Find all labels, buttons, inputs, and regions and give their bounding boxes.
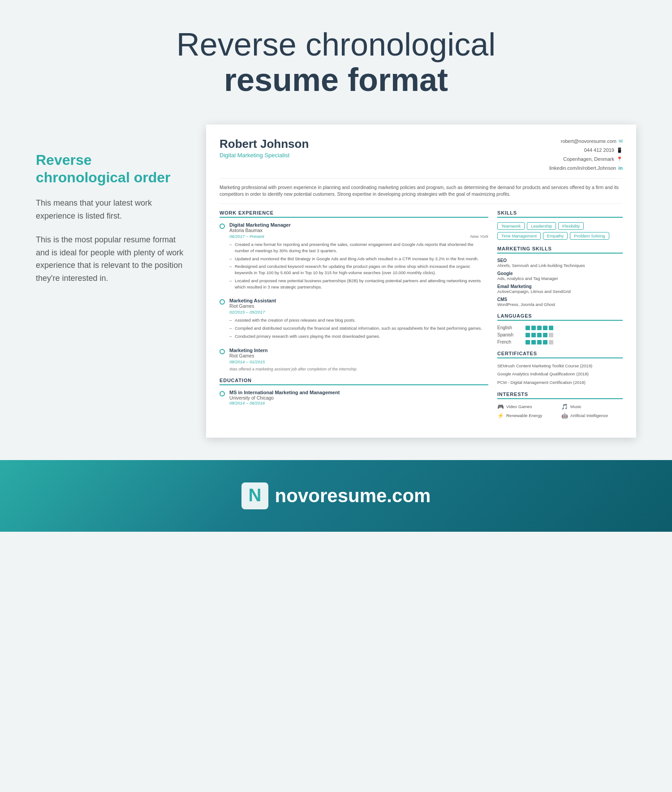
job-dates-3: 08/2014 – 01/2015 — [229, 359, 488, 364]
company-2: Riot Games — [229, 303, 488, 309]
novoresume-logo: N novoresume.com — [241, 482, 431, 509]
interest-0: 🎮 Video Games — [497, 404, 559, 410]
job-note-3: Was offered a marketing assistant job af… — [229, 367, 488, 371]
skill-tag-0: Teamwork — [497, 222, 525, 230]
contact-location: Copenhagen, Denmark 📍 — [549, 155, 623, 164]
contact-phone-value: 044 412 2019 — [584, 146, 614, 155]
job-dot-3 — [220, 349, 225, 354]
lang-dot-2-4 — [543, 340, 547, 344]
date-range-1: 06/2017 – Present — [229, 234, 264, 239]
skills-section: SKILLS Teamwork Leadership Flexibility T… — [497, 210, 623, 240]
interests-grid: 🎮 Video Games 🎵 Music ⚡ Renewable Energy — [497, 404, 623, 419]
certificates-title: CERTIFICATES — [497, 351, 623, 358]
work-experience-section: WORK EXPERIENCE Digital Marketing Manage… — [220, 210, 488, 371]
brand-text: novoresume.com — [275, 485, 431, 507]
interest-label-2: Renewable Energy — [506, 413, 542, 418]
lang-dot-0-4 — [543, 326, 547, 330]
interest-icon-1: 🎵 — [561, 404, 568, 410]
bullet-2-3: Conducted primary research with users pl… — [229, 333, 488, 340]
mkt-skill-0: SEO Ahrefs, Semrush and Link-building Te… — [497, 258, 623, 268]
interest-icon-3: 🤖 — [561, 413, 568, 419]
resume-panel: Robert Johnson Digital Marketing Special… — [206, 125, 636, 438]
marketing-skills-title: MARKETING SKILLS — [497, 246, 623, 254]
mkt-skill-desc-1: Ads, Analytics and Tag Manager — [497, 276, 623, 281]
resume-left-col: WORK EXPERIENCE Digital Marketing Manage… — [220, 210, 488, 425]
resume-summary: Marketing professional with proven exper… — [220, 184, 623, 204]
interest-label-0: Video Games — [506, 404, 532, 409]
contact-email-value: robert@novoresume.com — [561, 137, 616, 146]
lang-dot-1-4 — [543, 333, 547, 337]
work-experience-title: WORK EXPERIENCE — [220, 210, 488, 218]
education-title: EDUCATION — [220, 378, 488, 385]
job-title-1: Digital Marketing Manager — [229, 222, 488, 228]
interest-1: 🎵 Music — [561, 404, 623, 410]
interest-icon-0: 🎮 — [497, 404, 504, 410]
lang-name-2: French — [497, 340, 522, 344]
mkt-skill-2: Email Marketing ActiveCampaign, Litmus a… — [497, 284, 623, 294]
edu-item-1: MS in International Marketing and Manage… — [220, 390, 488, 405]
job-title-2: Marketing Assistant — [229, 298, 488, 303]
lang-item-0: English — [497, 325, 623, 330]
edu-content-1: MS in International Marketing and Manage… — [229, 390, 340, 405]
bullet-1-4: Located and proposed new potential busin… — [229, 278, 488, 290]
skill-tag-4: Empathy — [543, 232, 568, 240]
bullet-2-1: Assisted with the creation of press rele… — [229, 317, 488, 323]
job-item-1: Digital Marketing Manager Astoria Baumax… — [220, 222, 488, 292]
lang-dots-1 — [526, 333, 553, 337]
lang-dot-0-2 — [531, 326, 536, 330]
lang-dot-0-3 — [537, 326, 542, 330]
bullet-1-3: Redesigned and conducted keyword researc… — [229, 263, 488, 276]
left-para-2: This is the most popular resume format a… — [36, 233, 188, 285]
company-1: Astoria Baumax — [229, 228, 488, 233]
marketing-skills-section: MARKETING SKILLS SEO Ahrefs, Semrush and… — [497, 246, 623, 307]
mkt-skill-1: Google Ads, Analytics and Tag Manager — [497, 271, 623, 281]
interests-title: INTERESTS — [497, 392, 623, 399]
mkt-skill-desc-0: Ahrefs, Semrush and Link-building Techni… — [497, 263, 623, 268]
edu-dot-1 — [220, 391, 225, 396]
candidate-name: Robert Johnson — [220, 137, 309, 151]
left-panel: Reverse chronological order This means t… — [36, 125, 188, 296]
email-icon: ✉ — [619, 137, 623, 146]
resume-body: WORK EXPERIENCE Digital Marketing Manage… — [220, 210, 623, 425]
mkt-skill-desc-3: WordPress, Joomla and Ghost — [497, 302, 623, 307]
job-dot-2 — [220, 299, 225, 305]
job-title-3: Marketing Intern — [229, 348, 488, 353]
edu-dates-1: 08/2014 – 06/2016 — [229, 400, 340, 405]
contact-linkedin: linkedin.com/in/robert.Johnson in — [549, 164, 623, 173]
job-dot-1 — [220, 224, 225, 229]
interest-label-3: Artificial Intelligence — [570, 413, 608, 418]
job-bullets-2: Assisted with the creation of press rele… — [229, 317, 488, 339]
skill-tags-container: Teamwork Leadership Flexibility Time Man… — [497, 222, 623, 240]
lang-name-1: Spanish — [497, 332, 522, 337]
mkt-skill-3: CMS WordPress, Joomla and Ghost — [497, 297, 623, 307]
novo-n-icon: N — [241, 482, 268, 509]
middle-section: Reverse chronological order This means t… — [0, 116, 672, 456]
top-section: Reverse chronological resume format — [0, 0, 672, 116]
contact-linkedin-value: linkedin.com/in/robert.Johnson — [549, 164, 616, 173]
date-range-3: 08/2014 – 01/2015 — [229, 359, 265, 364]
job-item-3: Marketing Intern Riot Games 08/2014 – 01… — [220, 348, 488, 371]
reverse-chron-heading: Reverse chronological order — [36, 151, 188, 186]
bottom-banner: N novoresume.com — [0, 460, 672, 532]
lang-dot-2-2 — [531, 340, 536, 344]
skill-tag-1: Leadership — [527, 222, 556, 230]
candidate-title: Digital Marketing Specialist — [220, 152, 309, 159]
resume-contact: robert@novoresume.com ✉ 044 412 2019 📱 C… — [549, 137, 623, 172]
languages-section: LANGUAGES English Spanish — [497, 313, 623, 344]
interest-icon-2: ⚡ — [497, 413, 504, 419]
interests-section: INTERESTS 🎮 Video Games 🎵 Music ⚡ Rene — [497, 392, 623, 419]
edu-degree-1: MS in International Marketing and Manage… — [229, 390, 340, 395]
job-location-1: New York — [470, 234, 488, 239]
date-range-2: 02/2015 – 05/2017 — [229, 310, 265, 314]
bullet-1-2: Updated and monitored the Bid Strategy i… — [229, 256, 488, 262]
bullet-1-1: Created a new format for reporting and p… — [229, 241, 488, 254]
cert-0: SEMrush Content Marketing Toolkit Course… — [497, 363, 623, 369]
certificates-section: CERTIFICATES SEMrush Content Marketing T… — [497, 351, 623, 385]
lang-dot-1-5 — [549, 333, 553, 337]
job-bullets-1: Created a new format for reporting and p… — [229, 241, 488, 290]
location-icon: 📍 — [616, 155, 623, 164]
phone-icon: 📱 — [616, 146, 623, 155]
left-para-1: This means that your latest work experie… — [36, 197, 188, 223]
job-content-2: Marketing Assistant Riot Games 02/2015 –… — [229, 298, 488, 341]
lang-dots-2 — [526, 340, 553, 344]
